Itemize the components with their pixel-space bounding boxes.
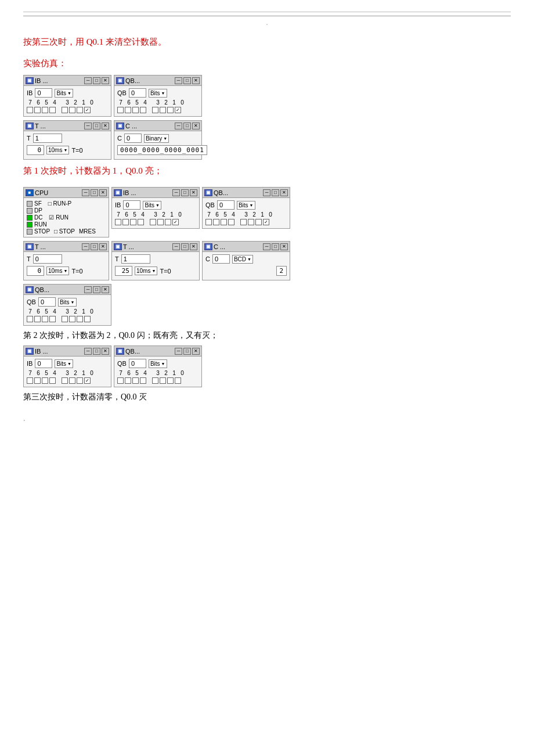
qb-cb6-solo[interactable] (34, 316, 41, 322)
ib-max-p2[interactable]: □ (93, 348, 100, 355)
t0-unit-p1[interactable]: 10ms (46, 267, 69, 275)
t0-min-p1[interactable]: ─ (82, 243, 89, 250)
qb-cb6-p1[interactable] (213, 219, 219, 225)
qb-cb2-solo[interactable] (69, 316, 75, 322)
qb-cb2-sim[interactable] (160, 107, 166, 113)
ib-cb4-p1[interactable] (138, 219, 144, 225)
t1-value-p1[interactable]: 1 (121, 254, 150, 264)
ib-close-sim[interactable]: ✕ (102, 77, 109, 84)
ib-cb4-p2[interactable] (49, 377, 56, 384)
ib-close-p1[interactable]: ✕ (190, 189, 197, 196)
ib-cb1-sim[interactable] (77, 107, 83, 113)
qb-cb1-p1[interactable] (255, 219, 262, 225)
ib-cb3-p1[interactable] (150, 219, 156, 225)
qb-close-sim[interactable]: ✕ (192, 77, 200, 84)
qb-cb2-p2[interactable] (160, 377, 166, 384)
qb-cb6-sim[interactable] (125, 107, 131, 113)
ib-cb3-p2[interactable] (62, 377, 68, 384)
qb-max-solo[interactable]: □ (93, 286, 100, 293)
ib-max-sim[interactable]: □ (93, 77, 100, 84)
qb-cb1-solo[interactable] (77, 316, 83, 322)
qb-max-sim[interactable]: □ (183, 77, 191, 84)
cpu-max[interactable]: □ (91, 189, 98, 196)
qb-min-solo[interactable]: ─ (84, 286, 92, 293)
ib-cb2-p1[interactable] (157, 219, 164, 225)
qb-cb1-p2[interactable] (167, 377, 174, 384)
qb-cb1-sim[interactable] (167, 107, 174, 113)
qb-cb0-solo[interactable] (84, 316, 91, 322)
ib-cb0-p1[interactable] (172, 219, 179, 225)
c-min-p1[interactable]: ─ (263, 243, 270, 250)
t0-max-p1[interactable]: □ (91, 243, 98, 250)
t1-min-p1[interactable]: ─ (172, 243, 180, 250)
qb-max-p2[interactable]: □ (183, 348, 191, 355)
qb-close-p2[interactable]: ✕ (192, 348, 200, 355)
t-min-sim[interactable]: ─ (84, 123, 92, 129)
ib-cb1-p1[interactable] (165, 219, 171, 225)
qb-format-sim[interactable]: Bits (149, 89, 167, 98)
c-format-sim[interactable]: Binary (144, 134, 169, 143)
qb-value-p1[interactable]: 0 (217, 200, 234, 210)
ib-cb4-sim[interactable] (49, 107, 56, 113)
t0-close-p1[interactable]: ✕ (99, 243, 107, 250)
qb-value-solo[interactable]: 0 (38, 297, 56, 307)
t1-max-p1[interactable]: □ (181, 243, 189, 250)
qb-cb0-p2[interactable] (175, 377, 181, 384)
ib-cb6-sim[interactable] (34, 107, 41, 113)
ib-cb0-sim[interactable] (84, 107, 91, 113)
qb-cb7-solo[interactable] (27, 316, 33, 322)
ib-cb5-p2[interactable] (42, 377, 48, 384)
qb-max-p1[interactable]: □ (272, 189, 279, 196)
qb-format-p2[interactable]: Bits (149, 359, 167, 368)
ib-value-p2[interactable]: 0 (35, 359, 52, 368)
qb-cb4-p2[interactable] (140, 377, 146, 384)
qb-min-p1[interactable]: ─ (263, 189, 270, 196)
ib-format-p1[interactable]: Bits (143, 201, 161, 210)
ib-min-p1[interactable]: ─ (172, 189, 180, 196)
c-close-sim[interactable]: ✕ (192, 123, 200, 129)
qb-cb3-sim[interactable] (152, 107, 158, 113)
qb-min-sim[interactable]: ─ (175, 77, 182, 84)
c-close-p1[interactable]: ✕ (280, 243, 288, 250)
qb-cb5-solo[interactable] (42, 316, 48, 322)
c-max-p1[interactable]: □ (272, 243, 279, 250)
ib-cb5-sim[interactable] (42, 107, 48, 113)
t-max-sim[interactable]: □ (93, 123, 100, 129)
t-unit-sim[interactable]: 10ms (46, 146, 69, 154)
qb-cb4-sim[interactable] (140, 107, 146, 113)
ib-cb6-p2[interactable] (34, 377, 41, 384)
ib-cb6-p1[interactable] (122, 219, 129, 225)
ib-value-p1[interactable]: 0 (123, 200, 140, 210)
ib-cb7-p2[interactable] (27, 377, 33, 384)
ib-cb2-p2[interactable] (69, 377, 75, 384)
qb-cb4-p1[interactable] (228, 219, 234, 225)
qb-format-p1[interactable]: Bits (237, 201, 255, 210)
qb-cb5-sim[interactable] (132, 107, 139, 113)
c-format-p1[interactable]: BCD (232, 255, 253, 264)
ib-cb7-p1[interactable] (115, 219, 121, 225)
qb-close-p1[interactable]: ✕ (280, 189, 288, 196)
qb-cb0-p1[interactable] (263, 219, 269, 225)
qb-cb7-p2[interactable] (117, 377, 124, 384)
cpu-min[interactable]: ─ (82, 189, 89, 196)
qb-cb4-solo[interactable] (49, 316, 56, 322)
qb-cb6-p2[interactable] (125, 377, 131, 384)
qb-close-solo[interactable]: ✕ (102, 286, 109, 293)
ib-min-sim[interactable]: ─ (84, 77, 92, 84)
t-value-sim[interactable]: 1 (33, 134, 62, 143)
qb-value-sim[interactable]: 0 (129, 88, 146, 98)
ib-cb5-p1[interactable] (130, 219, 136, 225)
ib-cb0-p2[interactable] (84, 377, 91, 384)
qb-cb0-sim[interactable] (175, 107, 181, 113)
qb-cb7-sim[interactable] (117, 107, 124, 113)
t-close-sim[interactable]: ✕ (102, 123, 109, 129)
c-min-sim[interactable]: ─ (175, 123, 182, 129)
c-value-sim[interactable]: 0 (124, 134, 142, 143)
qb-cb3-p1[interactable] (240, 219, 247, 225)
cpu-close[interactable]: ✕ (99, 189, 107, 196)
ib-close-p2[interactable]: ✕ (102, 348, 109, 355)
ib-cb3-sim[interactable] (62, 107, 68, 113)
ib-cb2-sim[interactable] (69, 107, 75, 113)
qb-format-solo[interactable]: Bits (58, 298, 77, 307)
ib-format-p2[interactable]: Bits (55, 359, 73, 368)
